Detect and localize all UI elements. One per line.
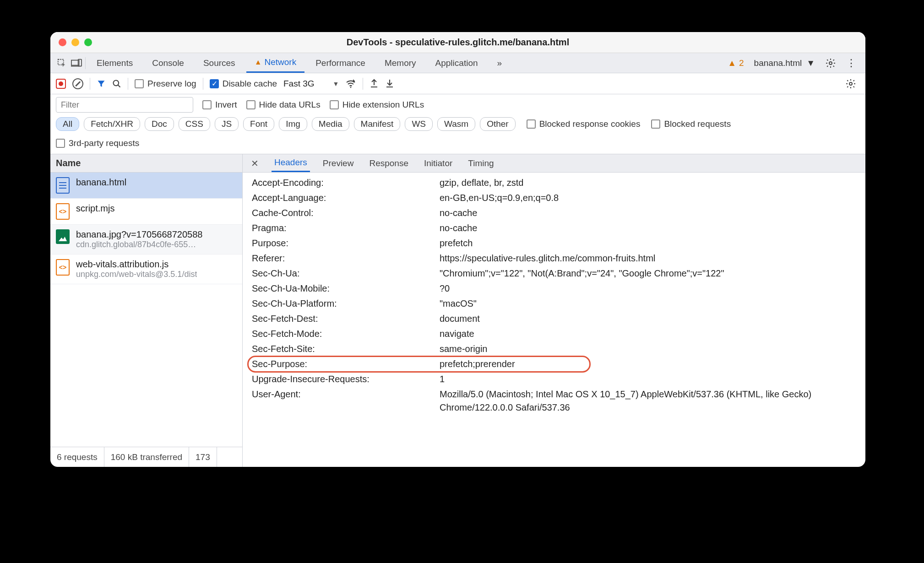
warnings-count: 2	[739, 58, 744, 68]
tab-application[interactable]: Application	[427, 53, 486, 73]
header-row: Referer:https://speculative-rules.glitch…	[243, 251, 865, 266]
detail-subtabbar: ✕ HeadersPreviewResponseInitiatorTiming	[243, 154, 865, 173]
tab-performance[interactable]: Performance	[307, 53, 374, 73]
chip-other[interactable]: Other	[480, 117, 516, 131]
blocked-cookies-checkbox[interactable]: Blocked response cookies	[527, 119, 641, 129]
chip-img[interactable]: Img	[279, 117, 307, 131]
tab-sources[interactable]: Sources	[195, 53, 244, 73]
third-party-checkbox[interactable]: 3rd-party requests	[56, 138, 139, 148]
request-row[interactable]: banana.html	[50, 173, 242, 199]
inspect-icon[interactable]	[56, 57, 68, 69]
minimize-window-button[interactable]	[71, 38, 79, 46]
subtab-initiator[interactable]: Initiator	[421, 154, 455, 172]
hide-extension-urls-checkbox[interactable]: Hide extension URLs	[330, 100, 424, 110]
tab-console[interactable]: Console	[144, 53, 192, 73]
network-toolbar: Preserve log Disable cache Fast 3G ▼	[50, 73, 865, 94]
header-value: document	[440, 312, 856, 325]
filter-toggle-icon[interactable]	[97, 79, 106, 88]
chip-ws[interactable]: WS	[405, 117, 433, 131]
request-row[interactable]: banana.jpg?v=1705668720588cdn.glitch.glo…	[50, 225, 242, 254]
more-icon[interactable]: ⋮	[842, 57, 860, 69]
header-row: Sec-Ch-Ua-Platform:"macOS"	[243, 296, 865, 311]
network-conditions-icon[interactable]	[345, 79, 356, 89]
chip-font[interactable]: Font	[243, 117, 274, 131]
close-window-button[interactable]	[59, 38, 66, 46]
divider	[85, 57, 86, 69]
tab-network[interactable]: ▲Network	[246, 53, 305, 73]
header-row: Accept-Encoding:gzip, deflate, br, zstd	[243, 175, 865, 190]
search-icon[interactable]	[112, 79, 121, 88]
chip-wasm[interactable]: Wasm	[437, 117, 475, 131]
header-name: Cache-Control:	[252, 206, 440, 220]
header-name: Sec-Ch-Ua-Mobile:	[252, 282, 440, 295]
chip-fetch-xhr[interactable]: Fetch/XHR	[84, 117, 140, 131]
invert-checkbox[interactable]: Invert	[202, 100, 237, 110]
svg-point-3	[829, 62, 832, 65]
header-value: no-cache	[440, 222, 856, 235]
chip-css[interactable]: CSS	[179, 117, 210, 131]
export-har-icon[interactable]	[370, 79, 379, 89]
divider	[203, 78, 203, 90]
header-name: Accept-Language:	[252, 191, 440, 205]
chip-all[interactable]: All	[56, 117, 79, 131]
hide-data-urls-checkbox[interactable]: Hide data URLs	[246, 100, 321, 110]
frame-context-selector[interactable]: banana.html ▼	[754, 58, 815, 68]
subtab-response[interactable]: Response	[366, 154, 411, 172]
chip-manifest[interactable]: Manifest	[354, 117, 401, 131]
headers-table[interactable]: Accept-Encoding:gzip, deflate, br, zstdA…	[243, 173, 865, 467]
overflow-tabs-button[interactable]: »	[489, 53, 511, 73]
preserve-log-label: Preserve log	[147, 79, 196, 89]
chip-media[interactable]: Media	[312, 117, 349, 131]
status-transferred: 160 kB transferred	[104, 447, 189, 467]
blocked-requests-label: Blocked requests	[664, 119, 731, 129]
request-list[interactable]: banana.html<>script.mjsbanana.jpg?v=1705…	[50, 173, 242, 447]
header-row: Sec-Fetch-Site:same-origin	[243, 341, 865, 357]
record-button[interactable]	[56, 79, 66, 89]
close-detail-icon[interactable]: ✕	[248, 158, 261, 169]
throttling-value: Fast 3G	[283, 79, 315, 89]
preserve-log-checkbox[interactable]: Preserve log	[135, 79, 196, 89]
request-domain: cdn.glitch.global/87b4c0fe-655…	[76, 240, 202, 249]
status-footer: 6 requests 160 kB transferred 173	[50, 447, 242, 467]
settings-icon[interactable]	[821, 58, 840, 69]
name-column-header[interactable]: Name	[50, 154, 242, 173]
filter-input[interactable]	[56, 97, 193, 113]
header-value: same-origin	[440, 342, 856, 356]
network-settings-icon[interactable]	[842, 78, 860, 89]
svg-point-5	[350, 87, 352, 88]
clear-button[interactable]	[72, 78, 83, 89]
disable-cache-checkbox[interactable]: Disable cache	[210, 79, 277, 89]
chip-js[interactable]: JS	[215, 117, 239, 131]
chip-doc[interactable]: Doc	[145, 117, 174, 131]
doc-file-icon	[56, 177, 70, 194]
tab-label: Sources	[203, 58, 235, 68]
subtab-preview[interactable]: Preview	[320, 154, 357, 172]
type-chip-row: AllFetch/XHRDocCSSJSFontImgMediaManifest…	[50, 115, 865, 135]
zoom-window-button[interactable]	[84, 38, 92, 46]
divider	[90, 78, 90, 90]
request-row[interactable]: <>script.mjs	[50, 199, 242, 225]
request-name: script.mjs	[76, 203, 114, 214]
request-row[interactable]: <>web-vitals.attribution.jsunpkg.com/web…	[50, 254, 242, 284]
subtab-headers[interactable]: Headers	[272, 154, 310, 172]
img-file-icon	[56, 229, 70, 244]
header-value: https://speculative-rules.glitch.me/comm…	[440, 252, 856, 265]
header-value: en-GB,en-US;q=0.9,en;q=0.8	[440, 191, 856, 205]
tab-memory[interactable]: Memory	[376, 53, 424, 73]
import-har-icon[interactable]	[385, 79, 394, 89]
blocked-requests-checkbox[interactable]: Blocked requests	[651, 119, 731, 129]
header-name: Accept-Encoding:	[252, 176, 440, 189]
filter-row: Invert Hide data URLs Hide extension URL…	[50, 94, 865, 115]
svg-point-6	[849, 82, 852, 85]
subtab-timing[interactable]: Timing	[465, 154, 496, 172]
header-value: prefetch;prerender	[440, 357, 856, 371]
tab-label: Memory	[385, 58, 416, 68]
frame-context-label: banana.html	[754, 58, 802, 68]
header-name: Referer:	[252, 252, 440, 265]
device-toolbar-icon[interactable]	[71, 57, 82, 69]
header-value: gzip, deflate, br, zstd	[440, 176, 856, 189]
throttling-select[interactable]: Fast 3G ▼	[283, 79, 339, 89]
header-value: 1	[440, 373, 856, 386]
warnings-indicator[interactable]: ▲ 2	[728, 58, 744, 68]
tab-elements[interactable]: Elements	[88, 53, 141, 73]
